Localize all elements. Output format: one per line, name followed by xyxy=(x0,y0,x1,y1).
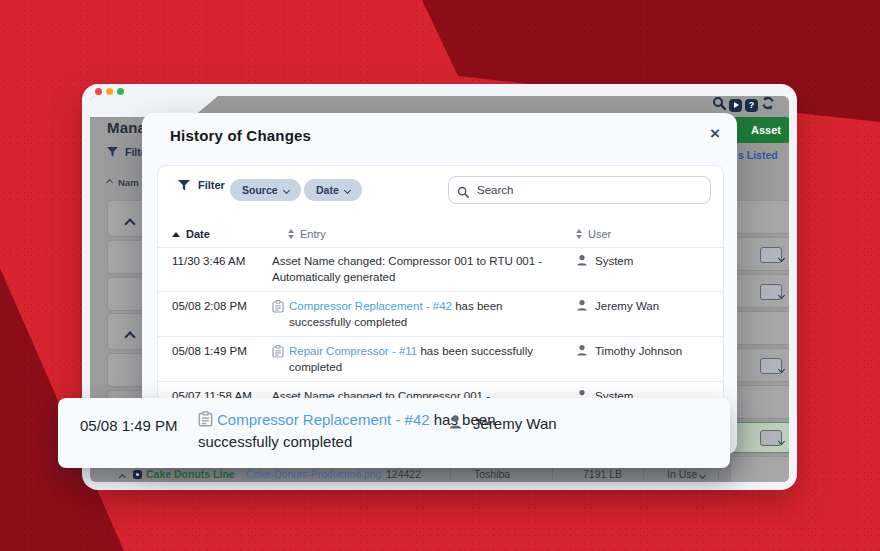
funnel-icon xyxy=(178,180,190,191)
asset-name-link[interactable]: Cake Donuts Line xyxy=(146,468,235,480)
callout-user: Jeremy Wan xyxy=(448,414,557,432)
minimize-window-button[interactable] xyxy=(106,88,113,95)
search-icon xyxy=(457,184,469,202)
cell-box xyxy=(730,200,789,234)
asset-serial: 124422 xyxy=(386,468,421,480)
column-header-entry[interactable]: Entry xyxy=(288,228,326,240)
table-row[interactable]: 05/08 1:49 PM Repair Compressor - #11 ha… xyxy=(158,337,723,382)
asset-weight: 7191 LB xyxy=(583,468,622,480)
user-name: Jeremy Wan xyxy=(473,415,557,432)
cell-box xyxy=(730,385,789,419)
source-filter-pill[interactable]: Source xyxy=(230,179,301,201)
table-row[interactable]: 05/08 2:08 PM Compressor Replacement - #… xyxy=(158,292,723,337)
page-filter-fragment[interactable]: Filte xyxy=(107,146,147,158)
status-cell-box xyxy=(730,422,789,453)
window-controls xyxy=(95,88,124,95)
highlighted-row-callout: 05/08 1:49 PM Compressor Replacement - #… xyxy=(58,398,730,468)
collapse-icon[interactable] xyxy=(120,470,125,482)
entry-cell: Compressor Replacement - #42 has been su… xyxy=(272,292,560,336)
filter-bar: Filter Source Date xyxy=(158,166,723,214)
collapse-icon[interactable] xyxy=(124,332,135,343)
asset-thumbnail-icon xyxy=(133,469,142,481)
dropdown-button[interactable] xyxy=(760,358,782,374)
user-cell: System xyxy=(576,247,633,268)
user-cell: Timothy Johnson xyxy=(576,337,682,358)
dropdown-button[interactable] xyxy=(760,247,782,263)
asset-manufacturer: Toshiba xyxy=(474,468,510,480)
collapse-icon[interactable] xyxy=(124,219,135,230)
date-filter-pill[interactable]: Date xyxy=(304,179,362,201)
assets-listed-label: s Listed xyxy=(738,149,778,161)
person-icon xyxy=(576,299,588,313)
search-input[interactable] xyxy=(448,176,711,204)
close-icon[interactable]: × xyxy=(702,121,728,147)
search-icon[interactable] xyxy=(712,96,726,114)
background-table-row: Cake Donuts Line Cake-Donuts-Production.… xyxy=(90,468,789,482)
filter-label: Filter xyxy=(178,179,225,191)
refresh-icon[interactable] xyxy=(761,96,775,114)
column-header-user[interactable]: User xyxy=(576,228,611,240)
chevron-down-icon xyxy=(344,186,351,193)
row-date: 05/08 2:08 PM xyxy=(158,292,272,312)
cell-box xyxy=(730,311,789,345)
funnel-icon xyxy=(107,147,118,157)
entry-cell: Asset Name changed: Compressor 001 to RT… xyxy=(272,247,560,291)
callout-date: 05/08 1:49 PM xyxy=(80,417,178,434)
cell-box xyxy=(730,274,789,308)
cell-box xyxy=(730,237,789,271)
sort-asc-icon xyxy=(172,232,180,237)
user-name: System xyxy=(595,255,633,267)
row-date: 11/30 3:46 AM xyxy=(158,247,272,267)
user-name: Jeremy Wan xyxy=(595,300,659,312)
modal-title: History of Changes xyxy=(170,127,311,144)
help-icon[interactable]: ? xyxy=(745,99,758,112)
entry-link[interactable]: Repair Compressor - #11 xyxy=(289,345,417,357)
name-column-header-fragment[interactable]: Nam xyxy=(107,177,139,188)
work-order-icon xyxy=(272,300,284,318)
work-order-icon xyxy=(198,411,217,428)
sort-both-icon xyxy=(576,229,582,239)
row-date: 05/08 1:49 PM xyxy=(158,337,272,357)
asset-status-dropdown[interactable]: In Use xyxy=(667,468,705,480)
person-icon xyxy=(576,254,588,268)
app-toolbar: ? xyxy=(712,96,775,114)
work-order-icon xyxy=(272,345,284,363)
asset-image-link[interactable]: Cake-Donuts-Production.png xyxy=(246,468,381,480)
page-title-fragment: Mana xyxy=(107,119,146,136)
column-header-date[interactable]: Date xyxy=(172,228,210,240)
close-window-button[interactable] xyxy=(95,88,102,95)
user-cell: Jeremy Wan xyxy=(576,292,659,313)
video-icon[interactable] xyxy=(729,99,742,112)
cell-box xyxy=(730,348,789,382)
dropdown-button[interactable] xyxy=(760,284,782,300)
entry-link[interactable]: Compressor Replacement - #42 xyxy=(217,411,430,428)
maximize-window-button[interactable] xyxy=(117,88,124,95)
sort-both-icon xyxy=(288,229,294,239)
dropdown-button[interactable] xyxy=(760,430,782,446)
entry-link[interactable]: Compressor Replacement - #42 xyxy=(289,300,452,312)
person-icon xyxy=(448,414,463,432)
user-name: Timothy Johnson xyxy=(595,345,682,357)
entry-cell: Repair Compressor - #11 has been success… xyxy=(272,337,560,381)
chevron-down-icon xyxy=(283,186,290,193)
sort-asc-icon xyxy=(106,179,113,186)
table-row[interactable]: 11/30 3:46 AM Asset Name changed: Compre… xyxy=(158,247,723,292)
table-header: Date Entry User xyxy=(158,226,723,248)
person-icon xyxy=(576,344,588,358)
